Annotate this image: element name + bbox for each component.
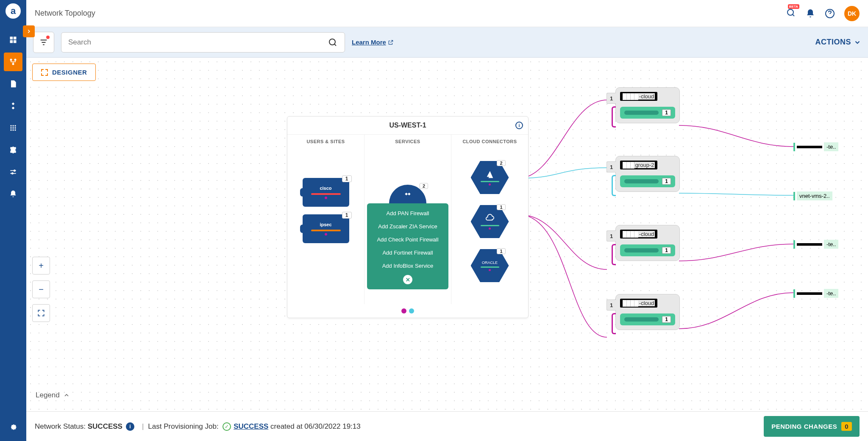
- beta-search-button[interactable]: BETA: [786, 8, 796, 19]
- endpoint-label[interactable]: -te..: [793, 289, 838, 298]
- topology-canvas[interactable]: DESIGNER + − Legend: [26, 58, 868, 441]
- resource-group-card[interactable]: 1 ████-cloud 1: [615, 294, 680, 330]
- last-job-status-link[interactable]: SUCCESS: [234, 422, 268, 431]
- service-menu-item[interactable]: Add Check Point Firewall: [367, 233, 448, 246]
- document-icon: [9, 80, 17, 88]
- designer-button[interactable]: DESIGNER: [32, 64, 96, 81]
- service-menu-item[interactable]: Add PAN Firewall: [367, 207, 448, 220]
- sidebar-item-routes[interactable]: [4, 97, 22, 115]
- zoom-fit-button[interactable]: [32, 304, 50, 322]
- endpoint-label[interactable]: vnet-vms-2..: [793, 191, 832, 200]
- sliders-icon: [9, 168, 17, 176]
- svg-rect-1: [14, 37, 17, 40]
- service-menu-close[interactable]: ✕: [403, 275, 412, 284]
- svg-rect-3: [14, 40, 17, 43]
- svg-rect-2: [10, 40, 13, 43]
- svg-point-13: [10, 129, 11, 130]
- topology-icon: [9, 58, 17, 66]
- connector-oracle[interactable]: 1 ORACLE: [471, 249, 509, 287]
- svg-point-12: [14, 127, 16, 128]
- sidebar-item-gear[interactable]: [4, 417, 22, 436]
- filter-icon: [39, 38, 48, 47]
- fullscreen-icon: [37, 309, 45, 317]
- endpoint-label[interactable]: -te..: [793, 142, 838, 151]
- svg-point-20: [329, 39, 335, 45]
- logo: a: [6, 3, 21, 19]
- region-title: US-WEST-1: [389, 122, 426, 129]
- sidebar-item-grid[interactable]: [4, 119, 22, 137]
- user-node-ipsec[interactable]: 1 ipsec: [303, 214, 349, 243]
- svg-point-15: [14, 129, 16, 130]
- zoom-in-button[interactable]: +: [32, 257, 50, 275]
- zoom-out-button[interactable]: −: [32, 280, 50, 298]
- gear-icon: [9, 422, 17, 431]
- external-link-icon: [388, 39, 394, 45]
- bell-icon: [9, 190, 17, 198]
- svg-point-4: [10, 59, 12, 61]
- actions-dropdown[interactable]: ACTIONS: [815, 38, 862, 47]
- network-status-label: Network Status:: [35, 422, 86, 431]
- column-cloud-connectors: CLOUD CONNECTORS 2 1: [451, 135, 528, 304]
- notification-bell-icon[interactable]: [805, 8, 815, 19]
- status-info-icon[interactable]: i: [126, 422, 134, 431]
- search-input[interactable]: [68, 38, 323, 47]
- service-icon: [403, 190, 412, 198]
- pending-changes-button[interactable]: PENDING CHANGES 0: [764, 416, 860, 437]
- region-card: US-WEST-1 i USERS & SITES 1 cisco: [287, 116, 529, 318]
- connector-azure[interactable]: 2: [471, 161, 509, 199]
- help-icon[interactable]: [825, 8, 835, 19]
- sidebar-item-alerts[interactable]: [4, 185, 22, 203]
- service-menu-item[interactable]: Add InfoBlox Service: [367, 259, 448, 272]
- user-avatar[interactable]: DK: [844, 6, 860, 21]
- oracle-label: ORACLE: [482, 261, 498, 265]
- search-icon: [328, 37, 338, 47]
- designer-icon: [41, 69, 48, 76]
- filter-button[interactable]: [33, 32, 54, 53]
- beta-tag: BETA: [788, 4, 799, 9]
- sidebar-item-topology[interactable]: [4, 53, 22, 71]
- cloud-icon: [485, 214, 495, 223]
- svg-point-8: [12, 125, 14, 126]
- connector-cloud[interactable]: 1: [471, 205, 509, 243]
- service-menu-item[interactable]: Add Fortinet Firewall: [367, 246, 448, 259]
- service-hub-node[interactable]: 2: [389, 185, 426, 203]
- puzzle-icon: [9, 146, 17, 154]
- sidebar-item-settings[interactable]: [4, 163, 22, 181]
- success-check-icon: ✓: [223, 422, 231, 431]
- chevron-up-icon: [63, 392, 70, 399]
- zoom-controls: + −: [32, 257, 50, 322]
- svg-point-6: [12, 63, 14, 65]
- learn-more-link[interactable]: Learn More: [352, 39, 394, 46]
- search-box[interactable]: [61, 32, 345, 53]
- azure-icon: [485, 170, 495, 179]
- sidebar-item-dashboard[interactable]: [4, 31, 22, 49]
- status-footer: Network Status: SUCCESS i | Last Provisi…: [26, 411, 868, 441]
- svg-point-14: [12, 129, 14, 130]
- search-loop-icon: [786, 8, 796, 18]
- last-job-time: created at 06/30/2022 19:13: [270, 422, 361, 431]
- sidebar: a: [0, 0, 26, 441]
- resource-group-card[interactable]: 1 ████-cloud 1: [615, 87, 680, 123]
- user-node-cisco[interactable]: 1 cisco: [303, 178, 349, 207]
- legend-toggle[interactable]: Legend: [36, 391, 70, 399]
- svg-point-7: [10, 125, 11, 126]
- region-status-dots: [287, 304, 528, 318]
- filter-active-indicator: [46, 36, 50, 39]
- endpoint-label[interactable]: -te..: [793, 240, 838, 249]
- column-services: SERVICES 2 Add PAN Firewall Add Zscaler: [364, 135, 451, 304]
- resource-group-card[interactable]: 1 ███group-2 1: [615, 156, 680, 192]
- sidebar-expand-toggle[interactable]: [23, 25, 35, 37]
- svg-rect-0: [10, 37, 13, 40]
- service-menu-item[interactable]: Add Zscaler ZIA Service: [367, 220, 448, 233]
- svg-point-5: [14, 59, 17, 61]
- region-info-icon[interactable]: i: [515, 122, 523, 129]
- sidebar-item-documents[interactable]: [4, 75, 22, 93]
- service-add-menu: 2 Add PAN Firewall Add Zscaler ZIA Servi…: [367, 203, 448, 289]
- svg-point-10: [10, 127, 11, 128]
- header: Network Topology BETA DK: [26, 0, 868, 27]
- resource-group-card[interactable]: 1 ████-cloud 1: [615, 225, 680, 261]
- sidebar-item-plugins[interactable]: [4, 141, 22, 159]
- svg-point-17: [12, 173, 13, 174]
- grid-icon: [9, 124, 17, 132]
- network-status-value: SUCCESS: [88, 422, 122, 431]
